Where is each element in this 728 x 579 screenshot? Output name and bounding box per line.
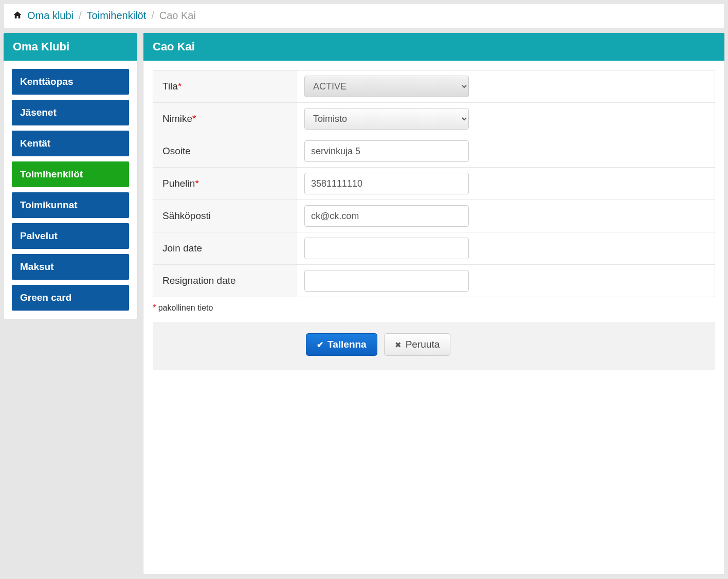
join-date-input[interactable]: [304, 238, 469, 259]
label-phone-text: Puhelin: [162, 178, 195, 189]
sidebar-title: Oma Klubi: [4, 33, 137, 61]
breadcrumb-current: Cao Kai: [159, 10, 196, 22]
save-button-label: Tallenna: [327, 339, 367, 350]
breadcrumb-link-toimihenkilot[interactable]: Toimihenkilöt: [87, 10, 147, 22]
cancel-button[interactable]: Peruuta: [384, 333, 451, 356]
required-marker: *: [195, 178, 198, 189]
sidebar-item-jasenet[interactable]: Jäsenet: [12, 100, 129, 125]
sidebar-item-toimikunnat[interactable]: Toimikunnat: [12, 192, 129, 218]
resignation-date-input[interactable]: [304, 270, 469, 292]
label-join-date: Join date: [153, 232, 297, 264]
breadcrumb-separator: /: [151, 10, 154, 22]
sidebar-item-palvelut[interactable]: Palvelut: [12, 223, 129, 249]
label-resign-text: Resignation date: [162, 275, 236, 286]
label-address-text: Osoite: [162, 146, 191, 157]
required-marker: *: [153, 303, 156, 312]
form: Tila* ACTIVE Nimike*: [153, 70, 715, 297]
breadcrumb: Oma klubi / Toimihenkilöt / Cao Kai: [3, 3, 725, 28]
home-icon[interactable]: [13, 10, 22, 21]
label-address: Osoite: [153, 135, 297, 167]
breadcrumb-link-oma-klubi[interactable]: Oma klubi: [27, 10, 74, 22]
label-title: Nimike*: [153, 103, 297, 135]
label-email-text: Sähköposti: [162, 210, 211, 222]
label-phone: Puhelin*: [153, 168, 297, 200]
sidebar-item-maksut[interactable]: Maksut: [12, 254, 129, 280]
label-email: Sähköposti: [153, 200, 297, 232]
sidebar-item-kenttaopas[interactable]: Kenttäopas: [12, 69, 129, 95]
label-status-text: Tila: [162, 81, 178, 92]
required-marker: *: [178, 81, 181, 92]
label-join-text: Join date: [162, 243, 202, 254]
label-status: Tila*: [153, 70, 297, 102]
phone-input[interactable]: [304, 173, 469, 194]
address-input[interactable]: [304, 140, 469, 162]
cancel-button-label: Peruuta: [406, 339, 440, 350]
required-marker: *: [192, 113, 196, 124]
required-hint-text: pakollinen tieto: [158, 303, 213, 312]
email-input[interactable]: [304, 205, 469, 227]
sidebar-item-green-card[interactable]: Green card: [12, 285, 129, 311]
save-button[interactable]: Tallenna: [306, 333, 377, 356]
sidebar: Oma Klubi Kenttäopas Jäsenet Kentät Toim…: [3, 32, 138, 319]
sidebar-item-kentat[interactable]: Kentät: [12, 131, 129, 156]
label-title-text: Nimike: [162, 113, 192, 124]
main-panel: Cao Kai Tila* ACTIVE: [143, 32, 725, 575]
actions-bar: Tallenna Peruuta: [153, 322, 715, 370]
page-title: Cao Kai: [143, 33, 724, 61]
status-select[interactable]: ACTIVE: [304, 76, 469, 97]
title-select[interactable]: Toimisto: [304, 108, 469, 130]
required-hint: * pakollinen tieto: [153, 303, 715, 313]
label-resignation-date: Resignation date: [153, 265, 297, 297]
check-icon: [317, 339, 323, 350]
close-icon: [395, 339, 402, 350]
breadcrumb-separator: /: [79, 10, 82, 22]
sidebar-item-toimihenkilot[interactable]: Toimihenkilöt: [12, 161, 129, 187]
